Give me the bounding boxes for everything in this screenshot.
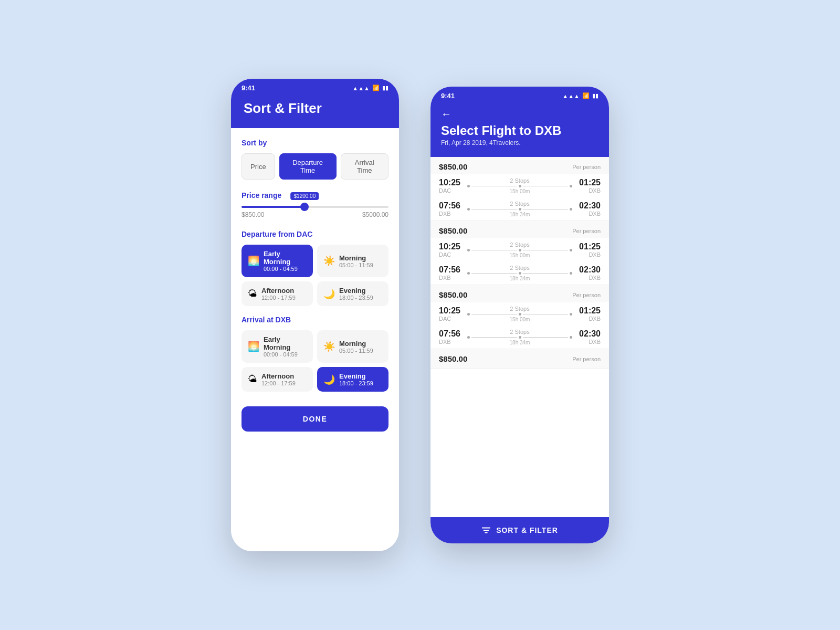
flight-card-partial: $850.00 Per person	[430, 349, 609, 369]
price-range-track[interactable]	[242, 206, 388, 208]
sort-btn-price[interactable]: Price	[242, 153, 275, 180]
tile-morning-dep-name: Morning	[339, 254, 373, 262]
tile-morning-arr-icon: ☀️	[323, 341, 335, 352]
price-range-thumb[interactable]	[300, 203, 309, 211]
flight-card-1-header: $850.00 Per person	[430, 157, 609, 174]
sort-by-label: Sort by	[242, 139, 388, 147]
per-person-1: Per person	[572, 164, 601, 170]
tile-early-morning-arr-time: 00:00 - 04:59	[264, 351, 307, 358]
tile-evening-dep-text: Evening 18:00 - 23:59	[339, 287, 373, 301]
tile-morning-arr-name: Morning	[339, 340, 373, 348]
price-max: $5000.00	[362, 211, 388, 218]
price-min: $850.00	[242, 211, 264, 218]
flight-card-2-header: $850.00 Per person	[430, 221, 609, 238]
battery-icon-r: ▮▮	[592, 92, 598, 99]
right-status-bar: 9:41 ▲▲▲ 📶 ▮▮	[430, 87, 609, 103]
svg-rect-0	[482, 528, 490, 529]
arrival-grid: 🌅 Early Morning 00:00 - 04:59 ☀️ Morning…	[242, 330, 388, 392]
tile-evening-arr-text: Evening 18:00 - 23:59	[339, 372, 373, 386]
dep-time-1-2: 07:56 DXB	[439, 201, 463, 217]
sort-btn-departure[interactable]: Departure Time	[279, 153, 337, 180]
svg-rect-2	[485, 532, 487, 533]
tile-morning-arr-time: 05:00 - 11:59	[339, 348, 373, 354]
battery-icon: ▮▮	[382, 85, 388, 91]
flight-price-1: $850.00	[439, 162, 467, 171]
sort-filter-button[interactable]: SORT & FILTER	[430, 517, 609, 543]
flight-row-1-2: 07:56 DXB 2 Stops 18h 34m 02:30 DXB	[430, 197, 609, 220]
left-header: Sort & Filter	[231, 95, 399, 128]
flight-row-3-1: 10:25 DAC 2 Stops 15h 00m 01:25 DXB	[430, 302, 609, 326]
price-labels: $850.00 $5000.00	[242, 211, 388, 218]
flight-row-2-2: 07:56 DXB 2 Stops 18h 34m 02:30 DXB	[430, 261, 609, 285]
price-range-tooltip: $1200.00	[291, 192, 319, 200]
tile-afternoon-dep-icon: 🌤	[248, 288, 257, 299]
flight-list: $850.00 Per person 10:25 DAC 2 Stops 15h…	[430, 157, 609, 517]
select-flight-title: Select Flight to DXB	[441, 123, 598, 138]
tile-evening-arr-name: Evening	[339, 372, 373, 380]
tile-afternoon-dep-time: 12:00 - 17:59	[261, 295, 296, 301]
flight-card-3-header: $850.00 Per person	[430, 285, 609, 302]
tile-morning-dep[interactable]: ☀️ Morning 05:00 - 11:59	[317, 245, 388, 277]
per-person-2: Per person	[572, 228, 601, 234]
tile-morning-arr[interactable]: ☀️ Morning 05:00 - 11:59	[317, 330, 388, 363]
tile-afternoon-dep[interactable]: 🌤 Afternoon 12:00 - 17:59	[242, 281, 313, 306]
flight-price-4: $850.00	[439, 354, 467, 363]
flight-price-2: $850.00	[439, 226, 467, 235]
flight-card-1[interactable]: $850.00 Per person 10:25 DAC 2 Stops 15h…	[430, 157, 609, 221]
tile-evening-arr[interactable]: 🌙 Evening 18:00 - 23:59	[317, 367, 388, 392]
wifi-icon: 📶	[372, 85, 380, 91]
signal-icon: ▲▲▲	[352, 85, 370, 91]
sort-btn-arrival[interactable]: Arrival Time	[341, 153, 388, 180]
tile-early-morning-dep[interactable]: 🌅 Early Morning 00:00 - 04:59	[242, 245, 313, 277]
done-button[interactable]: DONE	[242, 406, 388, 432]
tile-afternoon-arr-text: Afternoon 12:00 - 17:59	[261, 372, 296, 386]
sort-filter-title: Sort & Filter	[244, 100, 386, 117]
left-status-icons: ▲▲▲ 📶 ▮▮	[352, 85, 388, 91]
price-range-fill	[242, 206, 304, 208]
tile-evening-dep-icon: 🌙	[323, 288, 335, 300]
tile-morning-arr-text: Morning 05:00 - 11:59	[339, 340, 373, 354]
sort-filter-label: SORT & FILTER	[496, 526, 558, 534]
price-range-section: Price range $1200.00 $850.00 $5000.00	[242, 191, 388, 218]
tile-morning-dep-time: 05:00 - 11:59	[339, 262, 373, 268]
flight-card-2[interactable]: $850.00 Per person 10:25 DAC 2 Stops 15h…	[430, 221, 609, 285]
svg-rect-1	[484, 530, 489, 531]
departure-grid: 🌅 Early Morning 00:00 - 04:59 ☀️ Morning…	[242, 245, 388, 306]
left-status-bar: 9:41 ▲▲▲ 📶 ▮▮	[231, 79, 399, 95]
price-range-bar-wrap: $1200.00	[242, 206, 388, 208]
left-phone: 9:41 ▲▲▲ 📶 ▮▮ Sort & Filter Sort by Pric…	[231, 79, 399, 551]
arrival-label: Arrival at DXB	[242, 316, 388, 324]
departure-section: Departure from DAC 🌅 Early Morning 00:00…	[242, 230, 388, 306]
left-content: Sort by Price Departure Time Arrival Tim…	[231, 128, 399, 442]
right-status-icons: ▲▲▲ 📶 ▮▮	[562, 92, 598, 99]
tile-early-morning-arr[interactable]: 🌅 Early Morning 00:00 - 04:59	[242, 330, 313, 363]
select-flight-subtitle: Fri, Apr 28 2019, 4Travelers.	[441, 139, 598, 146]
per-person-4: Per person	[572, 356, 601, 362]
flight-row-3-2: 07:56 DXB 2 Stops 18h 34m 02:30 DXB	[430, 326, 609, 349]
flight-row-2-1: 10:25 DAC 2 Stops 15h 00m 01:25 DXB	[430, 238, 609, 261]
flight-price-3: $850.00	[439, 290, 467, 299]
tile-early-morning-dep-name: Early Morning	[264, 250, 307, 266]
signal-icon-r: ▲▲▲	[562, 93, 580, 99]
flight-row-1-1: 10:25 DAC 2 Stops 15h 00m 01:25 DXB	[430, 174, 609, 197]
dep-time-1-1: 10:25 DAC	[439, 178, 463, 194]
flight-card-3[interactable]: $850.00 Per person 10:25 DAC 2 Stops 15h…	[430, 285, 609, 349]
tile-evening-dep-name: Evening	[339, 287, 373, 295]
per-person-3: Per person	[572, 292, 601, 298]
flight-middle-1-1: 2 Stops 15h 00m	[467, 177, 572, 194]
filter-lines-icon	[481, 526, 491, 535]
arr-time-1-2: 02:30 DXB	[576, 201, 601, 217]
tile-evening-dep-time: 18:00 - 23:59	[339, 295, 373, 301]
tile-afternoon-arr-icon: 🌤	[248, 374, 257, 385]
tile-early-morning-arr-text: Early Morning 00:00 - 04:59	[264, 335, 307, 358]
tile-early-morning-dep-text: Early Morning 00:00 - 04:59	[264, 250, 307, 272]
tile-early-morning-dep-time: 00:00 - 04:59	[264, 266, 307, 272]
tile-afternoon-arr-name: Afternoon	[261, 372, 296, 380]
arrival-section: Arrival at DXB 🌅 Early Morning 00:00 - 0…	[242, 316, 388, 392]
tile-afternoon-arr-time: 12:00 - 17:59	[261, 380, 296, 386]
back-arrow[interactable]: ←	[441, 108, 598, 120]
tile-afternoon-arr[interactable]: 🌤 Afternoon 12:00 - 17:59	[242, 367, 313, 392]
tile-afternoon-dep-name: Afternoon	[261, 287, 296, 295]
tile-morning-dep-text: Morning 05:00 - 11:59	[339, 254, 373, 268]
tile-evening-dep[interactable]: 🌙 Evening 18:00 - 23:59	[317, 281, 388, 306]
